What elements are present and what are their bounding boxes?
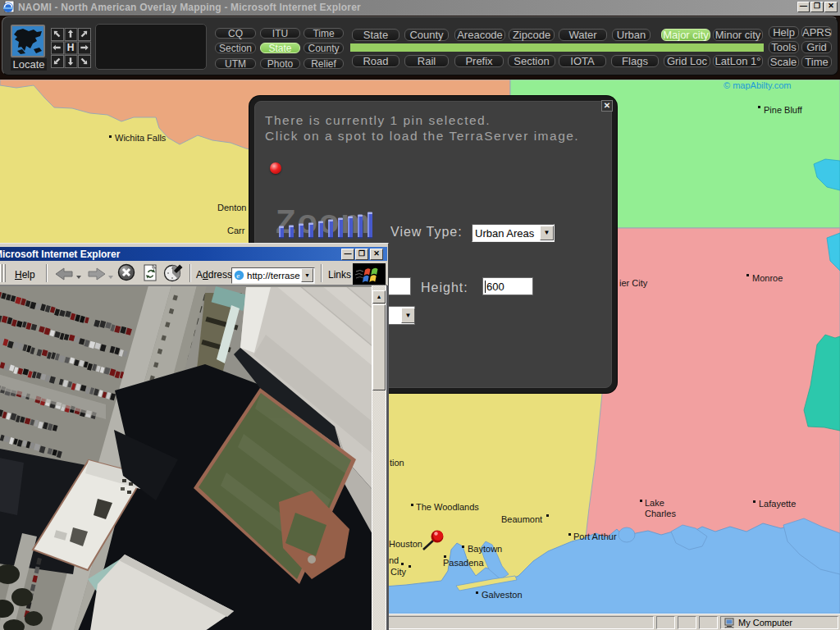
svg-text:Pasadena: Pasadena [443, 558, 484, 568]
svg-text:nd: nd [389, 555, 399, 565]
svg-text:Monroe: Monroe [752, 273, 783, 283]
svg-text:Lake: Lake [645, 498, 664, 508]
svg-text:H: H [67, 42, 75, 53]
svg-text:Port Arthur: Port Arthur [573, 532, 617, 541]
svg-text:Wichita Falls: Wichita Falls [115, 133, 167, 143]
svg-text:Pine Bluff: Pine Bluff [764, 105, 803, 115]
svg-text:ier City: ier City [619, 278, 648, 288]
svg-text:City: City [390, 567, 406, 577]
svg-text:Lafayette: Lafayette [759, 499, 796, 509]
svg-text:Baytown: Baytown [468, 544, 502, 554]
svg-text:Carr: Carr [227, 226, 245, 235]
svg-text:e: e [236, 272, 240, 280]
svg-text:Charles: Charles [645, 509, 676, 518]
svg-text:© mapAbilty.com: © mapAbilty.com [724, 80, 791, 90]
svg-text:tion: tion [390, 458, 404, 468]
svg-text:Galveston: Galveston [482, 590, 523, 600]
svg-text:The Woodlands: The Woodlands [416, 502, 479, 512]
svg-text:Houston: Houston [389, 539, 422, 549]
svg-text:Beaumont: Beaumont [501, 514, 542, 524]
svg-text:Denton: Denton [217, 203, 246, 212]
